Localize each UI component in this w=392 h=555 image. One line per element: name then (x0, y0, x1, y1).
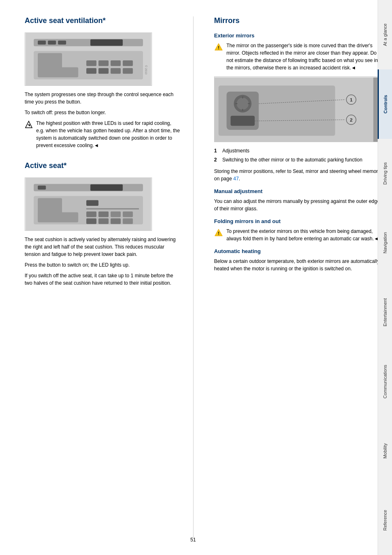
svg-rect-35 (111, 218, 121, 224)
active-seat-ventilation-section: Active seat ventilation* (25, 16, 181, 149)
svg-rect-36 (123, 218, 133, 224)
sidebar-item-controls[interactable]: Controls (378, 69, 392, 139)
mirror-list-item-2: 2 Switching to the other mirror or to th… (214, 156, 384, 164)
sidebar-tab-label-mobility: Mobility (383, 443, 387, 458)
svg-rect-28 (86, 208, 139, 210)
folding-mirrors-title: Folding mirrors in and out (214, 218, 384, 224)
svg-rect-15 (111, 68, 121, 74)
sidebar-item-mobility[interactable]: Mobility (378, 416, 392, 486)
sidebar-tab-label-driving-tips: Driving tips (383, 162, 387, 184)
sidebar-tab-label-reference: Reference (383, 510, 387, 531)
svg-rect-14 (99, 68, 109, 74)
svg-rect-26 (38, 212, 78, 223)
page-ref-link[interactable]: 47 (233, 176, 239, 182)
sidebar-tab-label-navigation: Navigation (383, 232, 387, 253)
active-seat-para1: The seat cushion is actively varied by a… (25, 236, 181, 258)
folding-mirrors-warning: ! To prevent the exterior mirrors on thi… (214, 228, 384, 242)
svg-rect-27 (86, 200, 99, 206)
manual-adjustment-title: Manual adjustment (214, 188, 384, 194)
warning-triangle-icon: ! (214, 42, 223, 51)
svg-point-43 (237, 98, 249, 110)
page-number: 51 (190, 537, 196, 543)
exterior-mirrors-warning: ! The mirror on the passenger's side is … (214, 42, 384, 71)
svg-rect-9 (86, 60, 97, 66)
sidebar-item-reference[interactable]: Reference (378, 486, 392, 555)
sidebar-tabs: At a glance Controls Driving tips Naviga… (378, 0, 392, 555)
exterior-mirrors-section: Exterior mirrors ! The mirror on the pas… (214, 32, 384, 182)
svg-rect-3 (48, 41, 56, 45)
ventilation-para1: The system progresses one step through t… (25, 91, 181, 106)
svg-rect-29 (86, 212, 97, 217)
storage-note: Storing the mirror positions, refer to S… (214, 168, 384, 182)
svg-rect-33 (86, 218, 97, 224)
svg-rect-21 (34, 184, 143, 191)
sidebar-tab-label-communications: Communications (383, 365, 387, 398)
svg-text:© 2010: © 2010 (145, 65, 148, 74)
sidebar-tab-label-controls: Controls (383, 95, 388, 113)
mirror-list-item-1: 1 Adjustments (214, 147, 384, 154)
svg-rect-23 (90, 184, 123, 191)
automatic-heating-title: Automatic heating (214, 248, 384, 254)
mirror-numbered-list: 1 Adjustments 2 Switching to the other m… (214, 147, 384, 164)
svg-rect-13 (86, 68, 97, 74)
svg-rect-48 (231, 116, 255, 126)
sidebar-item-communications[interactable]: Communications (378, 347, 392, 416)
active-seat-para3: If you switch off the active seat, it ca… (25, 272, 181, 287)
sidebar-item-driving-tips[interactable]: Driving tips (378, 139, 392, 208)
exterior-mirrors-warning-text: The mirror on the passenger's side is mo… (226, 42, 384, 71)
active-seat-section: Active seat* (25, 161, 181, 287)
svg-text:!: ! (218, 45, 219, 50)
sidebar-item-at-a-glance[interactable]: At a glance (378, 0, 392, 69)
svg-rect-22 (38, 186, 46, 190)
svg-rect-2 (38, 41, 46, 45)
svg-marker-19 (28, 124, 30, 127)
ventilation-para2: To switch off: press the button longer. (25, 109, 181, 116)
svg-rect-8 (38, 67, 78, 78)
ventilation-note: The highest position with three LEDs is … (25, 120, 181, 149)
sidebar-tab-label-at-a-glance: At a glance (383, 23, 387, 46)
svg-text:!: ! (218, 231, 219, 236)
column-divider (193, 16, 194, 539)
sidebar-item-entertainment[interactable]: Entertainment (378, 278, 392, 347)
svg-rect-4 (58, 41, 66, 45)
note-triangle-icon (25, 120, 33, 129)
svg-text:1: 1 (350, 97, 353, 102)
active-seat-title: Active seat* (25, 161, 181, 172)
active-seat-image (25, 177, 152, 231)
svg-text:2: 2 (350, 117, 353, 122)
manual-adjustment-section: Manual adjustment You can also adjust th… (214, 188, 384, 212)
active-seat-ventilation-title: Active seat ventilation* (25, 16, 181, 27)
folding-warning-icon: ! (214, 228, 223, 237)
ventilation-note-text: The highest position with three LEDs is … (36, 120, 181, 149)
exterior-mirrors-subtitle: Exterior mirrors (214, 32, 384, 39)
svg-rect-30 (99, 212, 109, 217)
svg-rect-32 (123, 212, 133, 217)
active-seat-para2: Press the button to switch on; the LED l… (25, 261, 181, 269)
automatic-heating-section: Automatic heating Below a certain outdoo… (214, 248, 384, 272)
sidebar-item-navigation[interactable]: Navigation (378, 208, 392, 278)
svg-rect-16 (123, 68, 133, 74)
folding-mirrors-warning-text: To prevent the exterior mirrors on this … (226, 228, 384, 242)
svg-rect-34 (99, 218, 109, 224)
manual-adjustment-text: You can also adjust the mirrors manually… (214, 198, 384, 212)
mirrors-title: Mirrors (214, 16, 384, 27)
seat-ventilation-image: © 2010 (25, 32, 152, 86)
mirror-control-image: 1 2 W6CCsE.2E3JvR (214, 76, 384, 142)
svg-rect-31 (111, 212, 121, 217)
sidebar-tab-label-entertainment: Entertainment (383, 298, 387, 326)
svg-rect-10 (99, 60, 109, 66)
svg-rect-11 (111, 60, 121, 66)
folding-mirrors-section: Folding mirrors in and out ! To prevent … (214, 218, 384, 242)
svg-rect-5 (90, 39, 123, 46)
svg-rect-12 (123, 60, 133, 66)
automatic-heating-text: Below a certain outdoor temperature, bot… (214, 258, 384, 272)
